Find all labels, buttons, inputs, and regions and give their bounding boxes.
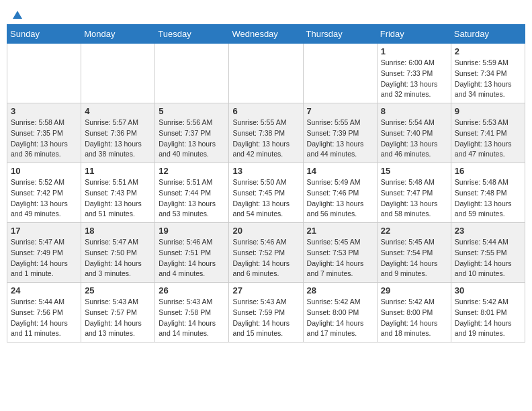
day-number: 21 xyxy=(307,226,373,236)
day-info: Sunrise: 5:57 AM Sunset: 7:36 PM Dayligh… xyxy=(85,118,151,160)
day-number: 10 xyxy=(11,166,77,176)
day-cell: 6Sunrise: 5:55 AM Sunset: 7:38 PM Daylig… xyxy=(229,103,303,163)
day-number: 26 xyxy=(159,285,225,295)
day-cell: 10Sunrise: 5:52 AM Sunset: 7:42 PM Dayli… xyxy=(7,163,81,223)
day-info: Sunrise: 5:56 AM Sunset: 7:37 PM Dayligh… xyxy=(159,118,225,160)
day-info: Sunrise: 5:48 AM Sunset: 7:47 PM Dayligh… xyxy=(381,177,447,220)
weekday-header-friday: Friday xyxy=(377,25,451,44)
day-cell: 29Sunrise: 5:42 AM Sunset: 8:00 PM Dayli… xyxy=(377,283,451,342)
day-number: 20 xyxy=(232,226,299,236)
day-info: Sunrise: 5:55 AM Sunset: 7:39 PM Dayligh… xyxy=(307,118,373,160)
day-number: 4 xyxy=(85,106,151,116)
day-info: Sunrise: 5:43 AM Sunset: 7:59 PM Dayligh… xyxy=(232,297,299,339)
weekday-header-wednesday: Wednesday xyxy=(229,25,303,44)
day-cell: 28Sunrise: 5:42 AM Sunset: 8:00 PM Dayli… xyxy=(303,283,377,342)
day-number: 2 xyxy=(455,46,521,56)
day-cell xyxy=(155,44,229,103)
day-cell: 12Sunrise: 5:51 AM Sunset: 7:44 PM Dayli… xyxy=(155,163,229,223)
day-number: 15 xyxy=(381,166,447,176)
day-info: Sunrise: 5:53 AM Sunset: 7:41 PM Dayligh… xyxy=(455,118,521,160)
day-info: Sunrise: 6:00 AM Sunset: 7:33 PM Dayligh… xyxy=(381,58,447,100)
day-number: 25 xyxy=(85,285,151,295)
day-number: 8 xyxy=(381,106,447,116)
day-cell: 2Sunrise: 5:59 AM Sunset: 7:34 PM Daylig… xyxy=(451,44,525,103)
day-cell: 18Sunrise: 5:47 AM Sunset: 7:50 PM Dayli… xyxy=(81,223,155,283)
day-info: Sunrise: 5:43 AM Sunset: 7:57 PM Dayligh… xyxy=(85,297,151,339)
day-number: 13 xyxy=(232,166,299,176)
day-number: 18 xyxy=(85,226,151,236)
weekday-header-monday: Monday xyxy=(81,25,155,44)
week-row-1: 1Sunrise: 6:00 AM Sunset: 7:33 PM Daylig… xyxy=(7,44,525,103)
logo xyxy=(11,9,24,19)
day-number: 29 xyxy=(381,285,447,295)
day-cell: 23Sunrise: 5:44 AM Sunset: 7:55 PM Dayli… xyxy=(451,223,525,283)
day-cell: 27Sunrise: 5:43 AM Sunset: 7:59 PM Dayli… xyxy=(229,283,303,342)
day-number: 19 xyxy=(159,226,225,236)
day-cell xyxy=(7,44,81,103)
day-number: 22 xyxy=(381,226,447,236)
day-info: Sunrise: 5:46 AM Sunset: 7:52 PM Dayligh… xyxy=(232,237,299,279)
day-number: 17 xyxy=(11,226,77,236)
day-cell: 11Sunrise: 5:51 AM Sunset: 7:43 PM Dayli… xyxy=(81,163,155,223)
day-cell: 25Sunrise: 5:43 AM Sunset: 7:57 PM Dayli… xyxy=(81,283,155,342)
day-number: 12 xyxy=(159,166,225,176)
day-info: Sunrise: 5:54 AM Sunset: 7:40 PM Dayligh… xyxy=(381,118,447,160)
week-row-4: 17Sunrise: 5:47 AM Sunset: 7:49 PM Dayli… xyxy=(7,223,525,283)
day-cell: 13Sunrise: 5:50 AM Sunset: 7:45 PM Dayli… xyxy=(229,163,303,223)
day-cell: 26Sunrise: 5:43 AM Sunset: 7:58 PM Dayli… xyxy=(155,283,229,342)
day-cell: 8Sunrise: 5:54 AM Sunset: 7:40 PM Daylig… xyxy=(377,103,451,163)
weekday-header-row: SundayMondayTuesdayWednesdayThursdayFrid… xyxy=(7,25,525,44)
day-info: Sunrise: 5:42 AM Sunset: 8:00 PM Dayligh… xyxy=(307,297,373,339)
weekday-header-saturday: Saturday xyxy=(451,25,525,44)
day-number: 28 xyxy=(307,285,373,295)
day-info: Sunrise: 5:45 AM Sunset: 7:54 PM Dayligh… xyxy=(381,237,447,279)
day-number: 27 xyxy=(232,285,299,295)
day-cell: 30Sunrise: 5:42 AM Sunset: 8:01 PM Dayli… xyxy=(451,283,525,342)
day-cell: 15Sunrise: 5:48 AM Sunset: 7:47 PM Dayli… xyxy=(377,163,451,223)
day-info: Sunrise: 5:44 AM Sunset: 7:55 PM Dayligh… xyxy=(455,237,521,279)
weekday-header-tuesday: Tuesday xyxy=(155,25,229,44)
day-info: Sunrise: 5:51 AM Sunset: 7:44 PM Dayligh… xyxy=(159,177,225,220)
day-number: 11 xyxy=(85,166,151,176)
day-number: 9 xyxy=(455,106,521,116)
day-number: 1 xyxy=(381,46,447,56)
day-cell: 21Sunrise: 5:45 AM Sunset: 7:53 PM Dayli… xyxy=(303,223,377,283)
day-info: Sunrise: 5:58 AM Sunset: 7:35 PM Dayligh… xyxy=(11,118,77,160)
week-row-5: 24Sunrise: 5:44 AM Sunset: 7:56 PM Dayli… xyxy=(7,283,525,342)
day-number: 7 xyxy=(307,106,373,116)
day-cell: 3Sunrise: 5:58 AM Sunset: 7:35 PM Daylig… xyxy=(7,103,81,163)
day-number: 6 xyxy=(232,106,299,116)
day-info: Sunrise: 5:48 AM Sunset: 7:48 PM Dayligh… xyxy=(455,177,521,220)
day-info: Sunrise: 5:49 AM Sunset: 7:46 PM Dayligh… xyxy=(307,177,373,220)
day-info: Sunrise: 5:47 AM Sunset: 7:50 PM Dayligh… xyxy=(85,237,151,279)
day-info: Sunrise: 5:46 AM Sunset: 7:51 PM Dayligh… xyxy=(159,237,225,279)
day-cell: 7Sunrise: 5:55 AM Sunset: 7:39 PM Daylig… xyxy=(303,103,377,163)
day-number: 5 xyxy=(159,106,225,116)
weekday-header-thursday: Thursday xyxy=(303,25,377,44)
day-info: Sunrise: 5:51 AM Sunset: 7:43 PM Dayligh… xyxy=(85,177,151,220)
day-number: 14 xyxy=(307,166,373,176)
day-info: Sunrise: 5:45 AM Sunset: 7:53 PM Dayligh… xyxy=(307,237,373,279)
day-number: 30 xyxy=(455,285,521,295)
weekday-header-sunday: Sunday xyxy=(7,25,81,44)
day-cell: 9Sunrise: 5:53 AM Sunset: 7:41 PM Daylig… xyxy=(451,103,525,163)
day-info: Sunrise: 5:42 AM Sunset: 8:00 PM Dayligh… xyxy=(381,297,447,339)
day-info: Sunrise: 5:55 AM Sunset: 7:38 PM Dayligh… xyxy=(232,118,299,160)
week-row-3: 10Sunrise: 5:52 AM Sunset: 7:42 PM Dayli… xyxy=(7,163,525,223)
svg-marker-0 xyxy=(13,11,22,19)
day-cell: 19Sunrise: 5:46 AM Sunset: 7:51 PM Dayli… xyxy=(155,223,229,283)
day-number: 23 xyxy=(455,226,521,236)
page-header xyxy=(7,7,525,21)
day-cell: 4Sunrise: 5:57 AM Sunset: 7:36 PM Daylig… xyxy=(81,103,155,163)
day-info: Sunrise: 5:44 AM Sunset: 7:56 PM Dayligh… xyxy=(11,297,77,339)
day-number: 24 xyxy=(11,285,77,295)
day-info: Sunrise: 5:47 AM Sunset: 7:49 PM Dayligh… xyxy=(11,237,77,279)
day-cell xyxy=(303,44,377,103)
day-cell: 22Sunrise: 5:45 AM Sunset: 7:54 PM Dayli… xyxy=(377,223,451,283)
day-info: Sunrise: 5:52 AM Sunset: 7:42 PM Dayligh… xyxy=(11,177,77,220)
logo-icon xyxy=(11,9,24,21)
day-info: Sunrise: 5:42 AM Sunset: 8:01 PM Dayligh… xyxy=(455,297,521,339)
day-number: 16 xyxy=(455,166,521,176)
day-cell xyxy=(81,44,155,103)
day-cell: 5Sunrise: 5:56 AM Sunset: 7:37 PM Daylig… xyxy=(155,103,229,163)
